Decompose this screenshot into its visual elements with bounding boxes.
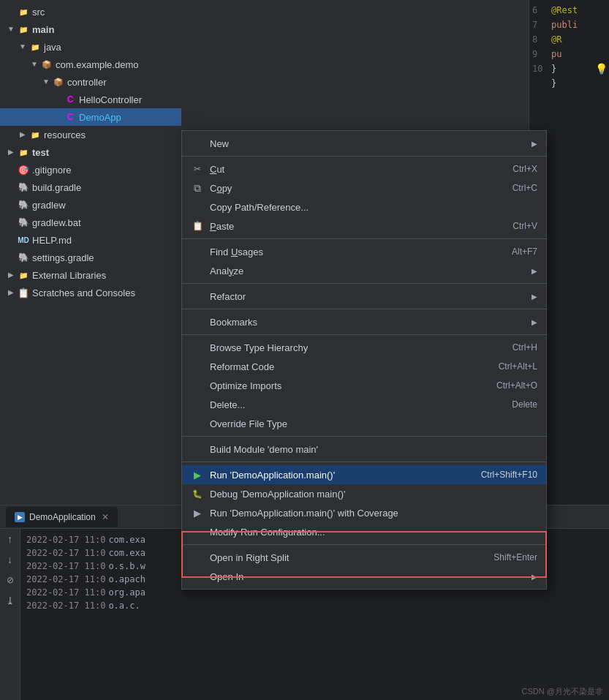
menu-label-bookmarks: Bookmarks (210, 317, 526, 328)
shortcut-run: Ctrl+Shift+F10 (481, 470, 537, 480)
menu-item-find-usages[interactable]: Find Usages Alt+F7 (182, 242, 546, 261)
download-btn[interactable]: ⤓ (3, 593, 18, 608)
tree-item-hello-controller[interactable]: C HelloController (0, 91, 181, 108)
new-icon (191, 137, 204, 150)
tree-item-build-gradle[interactable]: 🐘 build.gradle (0, 178, 181, 196)
terminal-tab-close[interactable]: ✕ (102, 512, 109, 522)
line-numbers: 6 7 8 9 10 (529, 0, 551, 76)
menu-item-cut[interactable]: ✂ Cut Ctrl+X (182, 159, 546, 178)
menu-label-modify-run: Modify Run Configuration... (210, 527, 537, 538)
menu-item-coverage[interactable]: ▶ Run 'DemoApplication.main()' with Cove… (182, 503, 546, 522)
tree-item-java[interactable]: 📁 java (0, 38, 181, 56)
debug-icon: 🐛 (191, 487, 204, 500)
shortcut-hierarchy: Ctrl+H (512, 342, 537, 353)
menu-item-bookmarks[interactable]: Bookmarks ▶ (182, 312, 546, 331)
package-icon: 📦 (41, 59, 53, 70)
tree-item-main[interactable]: 📁 main (0, 20, 181, 38)
menu-item-open-in[interactable]: Open In ▶ (182, 567, 546, 586)
label-help-md: HELP.md (32, 235, 72, 246)
java-icon-demo: C (64, 111, 76, 123)
tree-item-gradlew[interactable]: 🐘 gradlew (0, 196, 181, 214)
code-content: @Rest publi @R pu } 💡 } (551, 0, 609, 91)
menu-item-build[interactable]: Build Module 'demo main' (182, 440, 546, 459)
tree-item-package[interactable]: 📦 com.example.demo (0, 56, 181, 73)
delete-icon (191, 398, 204, 411)
shortcut-delete: Delete (512, 399, 537, 410)
arrow-help (6, 235, 16, 245)
label-gradlew-bat: gradlew.bat (32, 217, 81, 228)
package-icon-controller: 📦 (53, 76, 64, 88)
menu-label-open-in: Open In (210, 571, 526, 582)
menu-item-browse-hierarchy[interactable]: Browse Type Hierarchy Ctrl+H (182, 338, 546, 357)
tree-item-test[interactable]: 📁 test (0, 143, 181, 161)
menu-item-run[interactable]: Run 'DemoApplication.main()' Ctrl+Shift+… (182, 465, 546, 484)
menu-item-open-right[interactable]: Open in Right Split Shift+Enter (182, 548, 546, 567)
tree-item-resources[interactable]: 📁 resources (0, 126, 181, 143)
code-line-8: @R (551, 32, 609, 47)
label-gradlew: gradlew (32, 200, 66, 211)
tree-item-external-libraries[interactable]: 📁 External Libraries (0, 266, 181, 284)
tree-item-demo-app[interactable]: C DemoApp (0, 108, 181, 126)
shortcut-open-right: Shift+Enter (493, 552, 537, 562)
menu-item-copy[interactable]: ⧉ Copy Ctrl+C (182, 178, 546, 197)
menu-label-copy: Copy (210, 183, 501, 194)
menu-item-analyze[interactable]: Analyze ▶ (182, 261, 546, 280)
menu-label-new: New (210, 138, 526, 149)
optimize-icon (191, 379, 204, 392)
label-demo-app: DemoApp (79, 112, 121, 123)
clear-btn[interactable]: ⊘ (3, 573, 18, 587)
menu-label-optimize: Optimize Imports (210, 380, 485, 391)
tree-item-controller[interactable]: 📦 controller (0, 73, 181, 91)
menu-item-copy-path[interactable]: Copy Path/Reference... (182, 197, 546, 217)
tree-item-settings-gradle[interactable]: 🐘 settings.gradle (0, 249, 181, 266)
menu-label-coverage: Run 'DemoApplication.main()' with Covera… (210, 508, 537, 519)
label-main: main (32, 24, 54, 35)
folder-icon-main: 📁 (18, 23, 29, 35)
terminal-tab-demo[interactable]: ▶ DemoApplication ✕ (6, 507, 118, 527)
bookmarks-icon (191, 315, 204, 328)
code-line-7: publi (551, 18, 609, 32)
menu-label-delete: Delete... (210, 399, 500, 410)
menu-item-refactor[interactable]: Refactor ▶ (182, 287, 546, 306)
label-src: src (32, 7, 45, 18)
code-line-9: pu (551, 47, 609, 61)
refactor-arrow: ▶ (532, 293, 537, 301)
analyze-arrow: ▶ (532, 267, 537, 275)
menu-item-modify-run[interactable]: Modify Run Configuration... (182, 522, 546, 541)
menu-item-paste[interactable]: 📋 Paste Ctrl+V (182, 217, 546, 236)
cut-icon: ✂ (191, 162, 204, 176)
arrow-gradlew (6, 200, 16, 210)
copy-path-icon (191, 200, 204, 214)
scroll-up-btn[interactable]: ↑ (3, 532, 18, 546)
build-icon (191, 443, 204, 456)
arrow-java (18, 42, 28, 52)
separator-3 (182, 283, 546, 284)
scroll-down-btn[interactable]: ↓ (3, 552, 18, 567)
log-text-5: org.apa (108, 586, 145, 599)
tree-item-src[interactable]: 📁 src (0, 3, 181, 20)
menu-item-optimize[interactable]: Optimize Imports Ctrl+Alt+O (182, 376, 546, 395)
log-text-4: o.apach (108, 573, 145, 586)
menu-label-hierarchy: Browse Type Hierarchy (210, 342, 501, 353)
arrow-controller (41, 77, 51, 87)
menu-item-override[interactable]: Override File Type (182, 414, 546, 433)
shortcut-find: Alt+F7 (512, 246, 537, 257)
tree-item-scratches[interactable]: 📋 Scratches and Consoles (0, 284, 181, 301)
menu-label-analyze: Analyze (210, 266, 526, 276)
bookmarks-arrow: ▶ (532, 318, 537, 326)
menu-item-debug[interactable]: 🐛 Debug 'DemoApplication main()' (182, 484, 546, 503)
log-text-6: o.a.c. (108, 599, 140, 612)
folder-icon-java: 📁 (29, 41, 41, 53)
coverage-icon: ▶ (191, 506, 204, 519)
tree-item-help-md[interactable]: MD HELP.md (0, 231, 181, 249)
menu-item-delete[interactable]: Delete... Delete (182, 395, 546, 414)
terminal-controls: ↑ ↓ ⊘ ⤓ (0, 529, 20, 700)
menu-item-reformat[interactable]: Reformat Code Ctrl+Alt+L (182, 357, 546, 376)
tree-item-gradlew-bat[interactable]: 🐘 gradlew.bat (0, 214, 181, 231)
menu-item-new[interactable]: New ▶ (182, 134, 546, 153)
shortcut-cut: Ctrl+X (512, 164, 537, 174)
label-test: test (32, 147, 49, 158)
gradle-icon-gradlew: 🐘 (18, 199, 29, 211)
tree-item-gitignore[interactable]: 🎯 .gitignore (0, 161, 181, 178)
separator-8 (182, 544, 546, 545)
